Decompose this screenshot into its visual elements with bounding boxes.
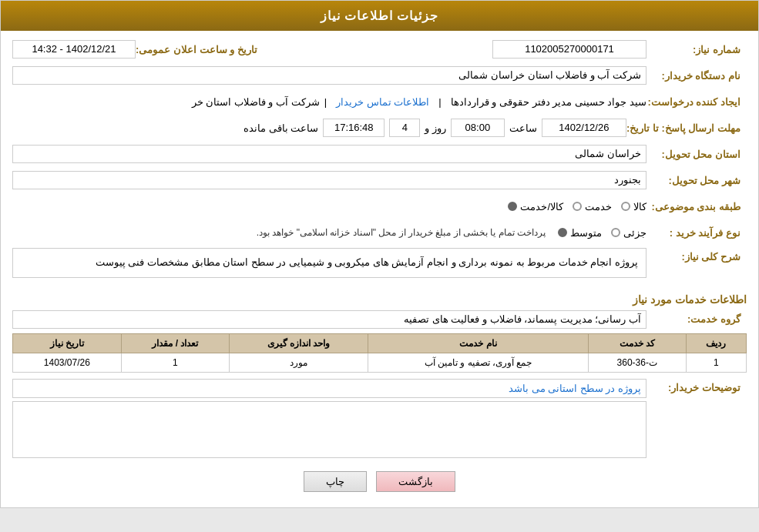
print-button[interactable]: چاپ: [304, 471, 367, 492]
tosif-value: پروژه در سطح استانی می باشد: [12, 379, 646, 398]
row-ejad: ایجاد کننده درخواست: سید جواد حسینی مدیر…: [12, 91, 747, 112]
mohlat-label: مهلت ارسال پاسخ: تا تاریخ:: [626, 122, 747, 134]
table-head: ردیف کد خدمت نام خدمت واحد اندازه گیری ت…: [13, 333, 747, 353]
mohlat-roz: 4: [389, 119, 420, 137]
table-cell-vahed: مورد: [230, 353, 368, 372]
noe-farayand-label: نوع فرآیند خرید :: [646, 227, 747, 239]
mohlat-saat: 08:00: [451, 119, 505, 137]
row-grohe-khedmat: گروه خدمت: آب رسانی؛ مدیریت پسماند، فاضل…: [12, 310, 747, 329]
tabaqe-khedmat: خدمت: [573, 201, 612, 212]
table-cell-namKhedmat: جمع آوری، تصفیه و تامین آب: [368, 353, 589, 372]
noe-farayand-note: پرداخت تمام یا بخشی از مبلغ خریدار از مح…: [257, 227, 546, 238]
farayand-motavasset-label: متوسط: [570, 227, 602, 239]
table-cell-tedad: 1: [121, 353, 230, 372]
ejad-link[interactable]: اطلاعات تماس خریدار: [336, 96, 429, 108]
service-table: ردیف کد خدمت نام خدمت واحد اندازه گیری ت…: [12, 333, 747, 373]
mohlat-date: 1402/12/26: [542, 119, 626, 137]
grohe-khedmat-value: آب رسانی؛ مدیریت پسماند، فاضلاب و فعالیت…: [12, 310, 646, 329]
sharh-koli-value: پروژه انجام خدمات مربوط به نمونه برداری …: [12, 248, 646, 278]
shahr-value: بجنورد: [12, 171, 646, 189]
tabaqe-kala: کالا: [621, 201, 646, 212]
farayand-jozi-label: جزئی: [623, 227, 646, 239]
tabaqe-kala-radio[interactable]: [621, 202, 630, 211]
tabaqe-kala-label: کالا: [633, 201, 646, 212]
ejad-extra: شرکت آب و فاضلاب استان خر: [192, 96, 320, 108]
mohlat-saat2: 17:16:48: [323, 119, 385, 137]
row-tosif: توضیحات خریدار: پروژه در سطح استانی می ب…: [12, 379, 747, 460]
page-header: جزئیات اطلاعات نیاز: [1, 1, 758, 31]
tosif-container: پروژه در سطح استانی می باشد: [12, 379, 646, 460]
row-shomare-tarikh: شماره نیاز: 1102005270000171 تاریخ و ساع…: [12, 38, 747, 60]
tarikh-value: 1402/12/21 - 14:32: [12, 40, 136, 59]
table-cell-radif: 1: [686, 353, 746, 372]
ejad-value-group: سید جواد حسینی مدیر دفتر حقوقی و قرارداد…: [12, 92, 646, 111]
ejad-text: سید جواد حسینی مدیر دفتر حقوقی و قرارداد…: [451, 96, 646, 108]
table-body: 1ت-36-360جمع آوری، تصفیه و تامین آبمورد1…: [13, 353, 747, 372]
ostan-label: استان محل تحویل:: [646, 149, 747, 160]
tosif-textarea[interactable]: [12, 401, 646, 458]
noe-farayand-radio-group: جزئی متوسط: [558, 227, 646, 239]
col-radif: ردیف: [686, 333, 746, 353]
tabaqe-kala-khedmat-radio[interactable]: [508, 202, 517, 211]
sharh-koli-label: شرح کلی نیاز:: [646, 248, 747, 263]
tabaqe-khedmat-label: خدمت: [585, 201, 612, 212]
tosif-label: توضیحات خریدار:: [646, 379, 747, 393]
shomare-niaz-label: شماره نیاز:: [646, 44, 747, 55]
ettelaat-section-title: اطلاعات خدمات مورد نیاز: [12, 293, 747, 306]
button-row: بازگشت چاپ: [12, 471, 747, 492]
ejad-label: ایجاد کننده درخواست:: [646, 96, 747, 108]
mohlat-saat-label: ساعت: [505, 122, 542, 134]
farayand-jozi: جزئی: [611, 227, 646, 239]
row-shahr: شهر محل تحویل: بجنورد: [12, 169, 747, 191]
mohlat-roz-label: روز و: [420, 122, 451, 134]
shomare-niaz-value: 1102005270000171: [492, 40, 646, 59]
tabaqe-kala-khedmat: کالا/خدمت: [508, 201, 563, 212]
tabaqe-radio-group: کالا خدمت کالا/خدمت: [508, 201, 646, 212]
row-mohlat: مهلت ارسال پاسخ: تا تاریخ: 1402/12/26 سا…: [12, 117, 747, 139]
tabaqe-khedmat-radio[interactable]: [573, 202, 582, 211]
page-wrapper: جزئیات اطلاعات نیاز شماره نیاز: 11020052…: [0, 0, 759, 508]
table-cell-tarikh: 1403/07/26: [13, 353, 122, 372]
nam-dastgah-value: شرکت آب و فاضلاب استان خراسان شمالی: [12, 66, 646, 85]
col-nam: نام خدمت: [368, 333, 589, 353]
tarikh-label: تاریخ و ساعت اعلان عمومی:: [136, 44, 264, 55]
col-tarikh: تاریخ نیاز: [13, 333, 122, 353]
tabaqe-kala-khedmat-label: کالا/خدمت: [520, 201, 563, 212]
shahr-label: شهر محل تحویل:: [646, 175, 747, 186]
mohlat-saat2-label: ساعت باقی مانده: [239, 122, 323, 134]
table-cell-kodKhedmat: ت-36-360: [588, 353, 686, 372]
back-button[interactable]: بازگشت: [376, 471, 455, 492]
nam-dastgah-label: نام دستگاه خریدار:: [646, 70, 747, 82]
row-noe-farayand: نوع فرآیند خرید : جزئی متوسط پرداخت تمام…: [12, 222, 747, 243]
farayand-jozi-radio[interactable]: [611, 228, 620, 237]
row-tabaqe: طبقه بندی موضوعی: کالا خدمت کالا/خدمت: [12, 196, 747, 217]
tabaqe-label: طبقه بندی موضوعی:: [646, 201, 747, 212]
ostan-value: خراسان شمالی: [12, 145, 646, 163]
page-title: جزئیات اطلاعات نیاز: [321, 9, 439, 22]
table-row: 1ت-36-360جمع آوری، تصفیه و تامین آبمورد1…: [13, 353, 747, 372]
row-ostan: استان محل تحویل: خراسان شمالی: [12, 143, 747, 165]
farayand-motavasset: متوسط: [558, 227, 602, 239]
content-area: شماره نیاز: 1102005270000171 تاریخ و ساع…: [1, 31, 758, 507]
row-nam-dastgah: نام دستگاه خریدار: شرکت آب و فاضلاب استا…: [12, 65, 747, 86]
farayand-motavasset-radio[interactable]: [558, 228, 567, 237]
col-vahed: واحد اندازه گیری: [230, 333, 368, 353]
row-sharh-koli: شرح کلی نیاز: پروژه انجام خدمات مربوط به…: [12, 248, 747, 284]
col-tedad: تعداد / مقدار: [121, 333, 230, 353]
col-kod: کد خدمت: [588, 333, 686, 353]
grohe-khedmat-label: گروه خدمت:: [646, 313, 747, 325]
